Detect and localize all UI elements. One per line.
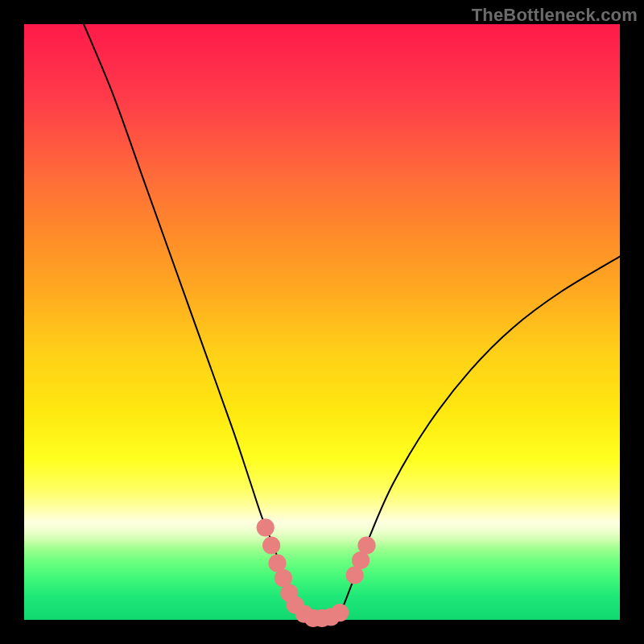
curve-markers [257, 518, 376, 627]
curve-marker [257, 518, 275, 536]
bottleneck-curve [84, 24, 620, 621]
curve-marker [357, 536, 375, 554]
curve-marker [262, 536, 280, 554]
curve-layer [24, 24, 620, 620]
curve-marker [331, 604, 349, 621]
watermark-text: TheBottleneck.com [472, 5, 638, 26]
